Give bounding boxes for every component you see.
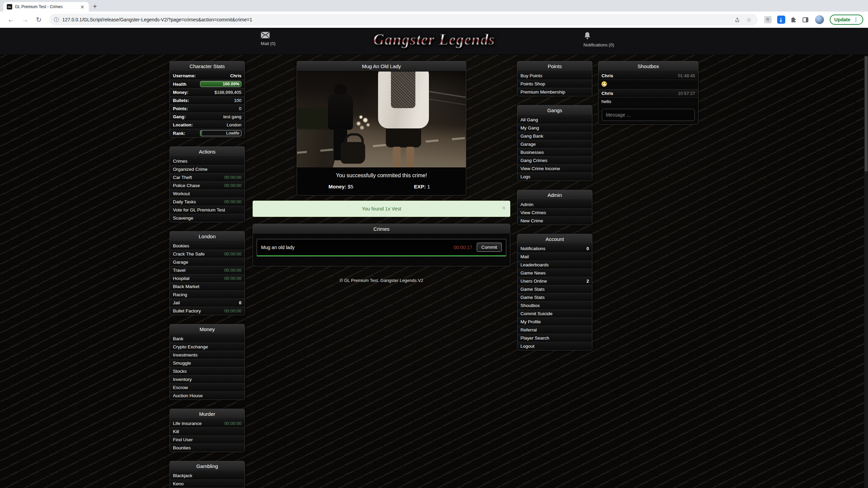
menu-item[interactable]: Car Theft 00:00:00 <box>170 173 244 181</box>
menu-item[interactable]: Points Shop <box>517 80 592 88</box>
menu-item[interactable]: New Crime <box>517 217 592 225</box>
tab-close-icon[interactable]: ✕ <box>79 4 85 10</box>
menu-item[interactable]: Referral <box>517 326 592 334</box>
menu-item[interactable]: Scavenge <box>170 214 244 222</box>
menu-item[interactable]: Notifications 0 <box>517 244 592 252</box>
menu-item-value: 00:00:00 <box>224 308 241 313</box>
menu-item[interactable]: Bullet Factory 00:00:00 <box>170 307 244 315</box>
menu-item[interactable]: Player Search <box>517 334 592 342</box>
side-panel-icon[interactable] <box>803 17 808 22</box>
menu-item[interactable]: My Gang <box>517 124 592 132</box>
menu-item[interactable]: Stocks <box>170 367 244 375</box>
menu-item[interactable]: View Crime Income <box>517 164 592 172</box>
reload-icon[interactable]: ↻ <box>33 14 44 25</box>
new-tab-button[interactable]: + <box>93 3 97 10</box>
menu-item[interactable]: Commit Suicide <box>517 309 592 318</box>
menu-item[interactable]: Users Online 2 <box>517 277 592 285</box>
menu-item[interactable]: Logout <box>517 342 592 350</box>
menu-item[interactable]: Inventory <box>170 375 244 383</box>
profile-avatar[interactable] <box>815 15 824 24</box>
menu-item[interactable]: Escrow <box>170 383 244 391</box>
menu-item[interactable]: Mail <box>517 252 592 261</box>
menu-item-label: Investments <box>173 352 198 358</box>
forward-icon[interactable]: → <box>19 15 31 25</box>
menu-item[interactable]: Game News <box>517 269 592 277</box>
menu-item[interactable]: Bookies <box>170 242 244 250</box>
menu-item-label: Keno <box>173 481 184 486</box>
menu-item[interactable]: Workout <box>170 189 244 198</box>
menu-item[interactable]: Smuggle <box>170 359 244 367</box>
money-reward-value: $5 <box>348 184 353 189</box>
update-button[interactable]: Update ⋮ <box>830 15 863 25</box>
menu-item[interactable]: All Gang <box>517 116 592 124</box>
alert-close-icon[interactable]: × <box>502 205 506 211</box>
menu-item[interactable]: Find User <box>170 435 244 444</box>
menu-item-value: 00:00:00 <box>224 268 241 273</box>
panel-admin: Admin Admin View Crimes New Crime <box>517 190 592 225</box>
menu-item[interactable]: View Crimes <box>517 208 592 217</box>
menu-item[interactable]: Shoutbox <box>517 301 592 309</box>
menu-item[interactable]: Daily Tasks 00:00:00 <box>170 198 244 206</box>
menu-item[interactable]: Bank <box>170 334 244 343</box>
menu-item[interactable]: Crack The Safe 00:00:00 <box>170 250 244 258</box>
menu-item[interactable]: Garage <box>170 258 244 266</box>
page-scrollbar[interactable] <box>864 56 868 488</box>
menu-item[interactable]: Vote for GL Premium Test <box>170 206 244 214</box>
menu-item[interactable]: Auction House <box>170 391 244 400</box>
scrollbar-thumb[interactable] <box>865 56 868 171</box>
menu-item[interactable]: Game Stats <box>517 285 592 293</box>
menu-item-value: 00:00:00 <box>224 276 241 281</box>
browser-tab[interactable]: GL GL Premium Test - Crimes ✕ <box>3 2 89 12</box>
menu-item[interactable]: Gang Bank <box>517 132 592 140</box>
menu-item-label: Workout <box>173 191 190 196</box>
figure-legs <box>375 147 432 167</box>
url-text[interactable]: 127.0.0.1/GLScript/release/Gangster-Lege… <box>62 17 730 22</box>
menu-item[interactable]: Investments <box>170 351 244 359</box>
menu-item[interactable]: Gang Crimes <box>517 156 592 164</box>
menu-item[interactable]: Hospital 00:00:00 <box>170 274 244 282</box>
menu-item[interactable]: Logs <box>517 172 592 181</box>
menu-item[interactable]: Police Chase 00:00:00 <box>170 181 244 189</box>
menu-item[interactable]: Bounties <box>170 444 244 452</box>
menu-item[interactable]: Organized Crime <box>170 165 244 173</box>
download-icon[interactable]: ⭳ <box>777 16 785 24</box>
menu-item[interactable]: My Profile <box>517 318 592 326</box>
menu-item[interactable]: Crimes <box>170 157 244 165</box>
menu-item[interactable]: Blackjack <box>170 471 244 480</box>
menu-item-label: Game News <box>520 270 546 276</box>
commit-button[interactable]: Commit <box>477 243 502 252</box>
menu-item[interactable]: Life Insurance 00:00:00 <box>170 419 244 427</box>
menu-list: Buy Points Points Shop Premium Membershi… <box>517 72 592 96</box>
mail-link[interactable]: Mail (0) <box>261 32 275 46</box>
menu-item[interactable]: Game Stats <box>517 293 592 301</box>
shoutbox-column: Shoutbox Chris 01:48:45 Chris 10:57:27 h… <box>598 61 698 134</box>
menu-item[interactable]: Leaderboards <box>517 261 592 269</box>
menu-item[interactable]: Travel 00:00:00 <box>170 266 244 274</box>
menu-item[interactable]: Crypto Exchange <box>170 343 244 351</box>
shout-time: 01:48:45 <box>678 73 695 78</box>
notifications-link[interactable]: Notifications (0) <box>584 32 614 48</box>
site-info-icon[interactable]: ⓘ <box>54 17 59 23</box>
extensions-puzzle-icon[interactable] <box>789 17 798 23</box>
back-icon[interactable]: ← <box>5 15 17 25</box>
menu-item[interactable]: Jail 0 <box>170 299 244 307</box>
menu-item[interactable]: Racing <box>170 290 244 299</box>
share-icon[interactable] <box>733 17 742 23</box>
menu-item[interactable]: Buy Points <box>517 72 592 80</box>
menu-item[interactable]: Admin <box>517 200 592 208</box>
menu-item[interactable]: Kill <box>170 427 244 435</box>
site-logo[interactable]: Gangster Legends <box>373 30 495 48</box>
bookmark-star-icon[interactable]: ☆ <box>745 16 753 23</box>
menu-item-label: Businesses <box>520 150 544 155</box>
menu-item-label: Referral <box>520 327 537 332</box>
menu-item[interactable]: Black Market <box>170 282 244 290</box>
menu-item[interactable]: Garage <box>517 140 592 148</box>
menu-item[interactable]: Premium Membership <box>517 88 592 96</box>
address-bar[interactable]: ⓘ 127.0.0.1/GLScript/release/Gangster-Le… <box>49 14 758 25</box>
menu-item[interactable]: Keno <box>170 480 244 488</box>
menu-item-label: My Profile <box>520 319 541 324</box>
shoutbox-message-input[interactable] <box>602 109 695 121</box>
menu-item[interactable]: Businesses <box>517 148 592 156</box>
menu-dots-icon[interactable]: ⋮ <box>853 17 859 23</box>
extension-r-icon[interactable]: R <box>764 16 772 23</box>
